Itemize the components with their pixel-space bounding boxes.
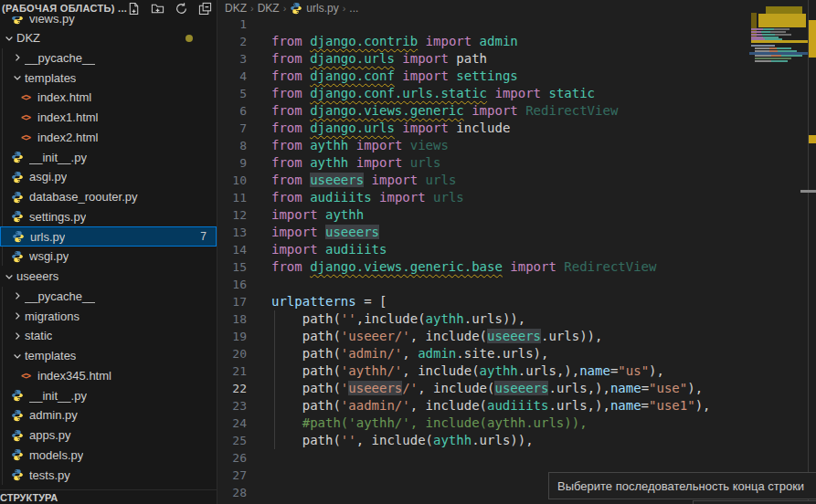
tree-item-label: tests.py: [29, 468, 70, 482]
new-folder-icon[interactable]: [151, 2, 164, 16]
tree-item-models-py[interactable]: models.py: [0, 445, 217, 465]
line-number[interactable]: 25: [217, 432, 247, 449]
line-content: #path('aythh/', include(aythh.urls)),: [247, 415, 588, 430]
line-number[interactable]: 4: [217, 68, 247, 85]
breadcrumb-item[interactable]: ...: [349, 2, 358, 15]
tree-item-static[interactable]: static: [0, 326, 217, 346]
tree-item-templates[interactable]: templates: [0, 68, 217, 88]
code-line-21[interactable]: 21 path('aythh/', include(aythh.urls,),n…: [217, 362, 816, 380]
code-line-14[interactable]: 14import audiiits: [217, 241, 816, 258]
tree-item-apps-py[interactable]: apps.py: [0, 425, 217, 446]
tree-item-migrations[interactable]: migrations: [0, 306, 217, 326]
code-line-24[interactable]: 24 #path('aythh/', include(aythh.urls)),: [217, 415, 816, 432]
line-number[interactable]: 15: [217, 258, 247, 276]
line-number[interactable]: 28: [217, 484, 247, 501]
line-number[interactable]: 13: [217, 224, 247, 241]
tree-item-wsgi-py[interactable]: wsgi.py: [0, 247, 217, 267]
code-line-15[interactable]: 15from django.views.generic.base import …: [217, 258, 816, 276]
tree-item-index2-html[interactable]: <>index2.html: [0, 127, 217, 147]
code-area[interactable]: 12from django.contrib import admin3from …: [217, 16, 816, 501]
tree-item--pycache-[interactable]: __pycache__: [0, 286, 217, 306]
line-number[interactable]: 11: [217, 189, 247, 206]
line-number[interactable]: 8: [217, 137, 247, 154]
tree-item-templates[interactable]: templates: [0, 346, 217, 366]
tree-item-dkz[interactable]: DKZ: [0, 28, 217, 48]
code-line-23[interactable]: 23 path('aadmin/', include(audiiits.urls…: [217, 397, 816, 415]
breadcrumb-item[interactable]: DKZ: [225, 2, 247, 15]
code-line-18[interactable]: 18 path('',include(aythh.urls)),: [217, 310, 816, 328]
line-number[interactable]: 9: [217, 154, 247, 172]
line-content: import audiiits: [247, 242, 387, 257]
vscode-window: views.pyDKZ__pycache__templates<>index.h…: [0, 0, 816, 504]
line-number[interactable]: 18: [217, 310, 247, 328]
minimap[interactable]: [749, 0, 809, 504]
code-line-13[interactable]: 13import useeers: [217, 224, 816, 241]
tree-item-urls-py[interactable]: urls.py7: [0, 226, 217, 247]
line-number[interactable]: 3: [217, 50, 247, 68]
code-line-1[interactable]: 1: [217, 16, 816, 33]
code-line-3[interactable]: 3from django.urls import path: [217, 50, 816, 68]
code-line-17[interactable]: 17urlpatterns = [: [217, 293, 816, 310]
line-number[interactable]: 26: [217, 449, 247, 467]
line-number[interactable]: 20: [217, 345, 247, 362]
tree-item-index345-html[interactable]: <>index345.html: [0, 365, 217, 385]
code-line-5[interactable]: 5from django.conf.urls.static import sta…: [217, 85, 816, 102]
tree-item-tests-py[interactable]: tests.py: [0, 465, 217, 485]
code-line-9[interactable]: 9from aythh import urls: [217, 154, 816, 172]
code-line-19[interactable]: 19 path('useeer/', include(useeers.urls)…: [217, 328, 816, 345]
line-number[interactable]: 2: [217, 33, 247, 50]
tree-item-index-html[interactable]: <>index.html: [0, 88, 217, 108]
code-line-20[interactable]: 20 path('admin/', admin.site.urls),: [217, 345, 816, 362]
line-number[interactable]: 21: [217, 362, 247, 380]
code-line-7[interactable]: 7from django.urls import include: [217, 120, 816, 137]
line-number[interactable]: 16: [217, 276, 247, 293]
code-line-2[interactable]: 2from django.contrib import admin: [217, 33, 816, 50]
collapse-all-icon[interactable]: [198, 2, 212, 16]
tree-item-database-roouter-py[interactable]: database_roouter.py: [0, 187, 217, 207]
new-file-icon[interactable]: [127, 2, 141, 16]
breadcrumb-item[interactable]: DKZ: [258, 2, 280, 15]
code-line-10[interactable]: 10from useeers import urls: [217, 172, 816, 189]
line-number[interactable]: 19: [217, 328, 247, 345]
code-line-6[interactable]: 6from django.views.generic import Redire…: [217, 102, 816, 120]
tree-item-index1-html[interactable]: <>index1.html: [0, 108, 217, 128]
tree-item-label: wsgi.py: [29, 249, 69, 263]
code-line-8[interactable]: 8from aythh import views: [217, 137, 816, 154]
code-line-12[interactable]: 12import aythh: [217, 206, 816, 224]
tree-item-asgi-py[interactable]: asgi.py: [0, 167, 217, 187]
tree-item-admin-py[interactable]: admin.py: [0, 405, 217, 425]
line-number[interactable]: 23: [217, 397, 247, 415]
line-number[interactable]: 12: [217, 206, 247, 224]
code-line-25[interactable]: 25 path('', include(aythh.urls)),: [217, 432, 816, 449]
tree-item-label: static: [25, 329, 52, 342]
line-number[interactable]: 22: [217, 380, 247, 397]
tree-item--init-py[interactable]: __init__.py: [0, 385, 217, 405]
explorer-section-header[interactable]: (РАБОЧАЯ ОБЛАСТЬ) ...: [0, 0, 217, 16]
chevron-down-icon: [2, 31, 16, 46]
code-line-16[interactable]: 16: [217, 276, 816, 293]
line-number[interactable]: 17: [217, 293, 247, 310]
code-line-22[interactable]: 22 path('useeers/', include(useeers.urls…: [217, 380, 816, 397]
editor-indent-guide: [274, 310, 275, 449]
tree-item--pycache-[interactable]: __pycache__: [0, 47, 217, 68]
editor-pane[interactable]: DKZ›DKZ›urls.py›... 12from django.contri…: [217, 0, 816, 504]
line-number[interactable]: 7: [217, 120, 247, 137]
code-line-26[interactable]: 26: [217, 449, 816, 467]
tree-item-settings-py[interactable]: settings.py: [0, 206, 217, 226]
refresh-icon[interactable]: [175, 2, 188, 16]
line-number[interactable]: 1: [217, 16, 247, 33]
outline-section-header[interactable]: СТРУКТУРА: [0, 489, 217, 504]
code-line-4[interactable]: 4from django.conf import settings: [217, 68, 816, 85]
tree-item-useeers[interactable]: useeers: [0, 267, 217, 287]
line-number[interactable]: 14: [217, 241, 247, 258]
line-number[interactable]: 24: [217, 415, 247, 432]
code-line-11[interactable]: 11from audiiits import urls: [217, 189, 816, 206]
breadcrumb[interactable]: DKZ›DKZ›urls.py›...: [225, 0, 358, 16]
tree-item--init-py[interactable]: __init__.py: [0, 147, 217, 167]
line-number[interactable]: 10: [217, 172, 247, 189]
line-number[interactable]: 5: [217, 85, 247, 102]
line-number[interactable]: 6: [217, 102, 247, 120]
python-file-icon: [10, 190, 25, 205]
line-number[interactable]: 27: [217, 467, 247, 484]
breadcrumb-item[interactable]: urls.py: [306, 2, 338, 15]
